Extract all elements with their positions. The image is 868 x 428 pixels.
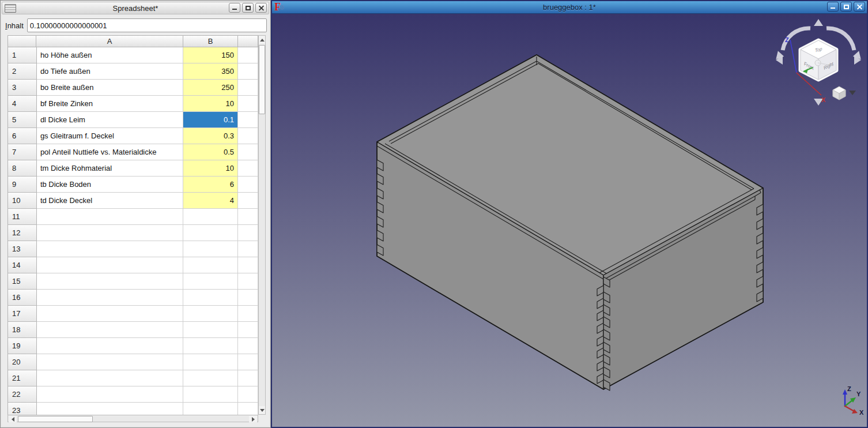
row-header[interactable]: 4 — [8, 96, 37, 112]
scroll-down-button[interactable] — [259, 406, 265, 414]
navigation-cube[interactable]: Top Front Right Z X — [785, 36, 836, 103]
cell-a12[interactable] — [37, 225, 183, 241]
cell-a22[interactable] — [37, 386, 183, 403]
cell-a10[interactable]: td Dicke Deckel — [37, 193, 183, 209]
cell-a9[interactable]: tb Dicke Boden — [37, 177, 183, 193]
cell-b19[interactable] — [183, 338, 238, 354]
row-header[interactable]: 1 — [8, 47, 37, 63]
maximize-button[interactable] — [840, 2, 852, 12]
row-header[interactable]: 3 — [8, 80, 37, 96]
row-header[interactable]: 14 — [8, 257, 37, 273]
close-button[interactable] — [255, 3, 267, 13]
model-box[interactable] — [377, 55, 763, 391]
row-header[interactable]: 12 — [8, 225, 37, 241]
cell-b13[interactable] — [183, 241, 238, 257]
cell-c1[interactable] — [238, 47, 258, 63]
row-header[interactable]: 15 — [8, 273, 37, 290]
cell-a5[interactable]: dl Dicke Leim — [37, 112, 183, 128]
minimize-button[interactable] — [827, 2, 839, 12]
scroll-left-button[interactable] — [9, 416, 17, 422]
view-mode-cube-icon[interactable] — [833, 87, 846, 100]
cell-b2[interactable]: 350 — [183, 63, 238, 80]
cell-b5[interactable]: 0.1 — [183, 112, 238, 128]
cell-b23[interactable] — [183, 403, 238, 415]
cell-c17[interactable] — [238, 306, 258, 322]
cell-a13[interactable] — [37, 241, 183, 257]
row-header[interactable]: 9 — [8, 177, 37, 193]
cell-c21[interactable] — [238, 370, 258, 386]
cell-c12[interactable] — [238, 225, 258, 241]
row-header[interactable]: 18 — [8, 322, 37, 338]
corner-header-cell[interactable] — [7, 35, 36, 47]
cell-c10[interactable] — [238, 193, 258, 209]
cell-b21[interactable] — [183, 370, 238, 386]
cell-c6[interactable] — [238, 128, 258, 144]
horizontal-scrollbar[interactable] — [7, 415, 258, 422]
cell-c2[interactable] — [238, 63, 258, 80]
cell-a11[interactable] — [37, 209, 183, 225]
column-header-a[interactable]: A — [36, 35, 183, 47]
cell-b8[interactable]: 10 — [183, 160, 238, 177]
cell-b9[interactable]: 6 — [183, 177, 238, 193]
cell-c5[interactable] — [238, 112, 258, 128]
cell-a18[interactable] — [37, 322, 183, 338]
row-header[interactable]: 11 — [8, 209, 37, 225]
cell-a6[interactable]: gs Gleitraum f. Deckel — [37, 128, 183, 144]
row-header[interactable]: 8 — [8, 160, 37, 177]
row-header[interactable]: 17 — [8, 306, 37, 322]
cell-c16[interactable] — [238, 290, 258, 306]
cell-c20[interactable] — [238, 354, 258, 370]
cell-b7[interactable]: 0.5 — [183, 144, 238, 160]
horizontal-scrollbar-thumb[interactable] — [18, 416, 93, 422]
cell-b22[interactable] — [183, 386, 238, 403]
cell-c15[interactable] — [238, 273, 258, 290]
cell-c23[interactable] — [238, 403, 258, 415]
cell-c4[interactable] — [238, 96, 258, 112]
maximize-button[interactable] — [242, 3, 254, 13]
cell-a15[interactable] — [37, 273, 183, 290]
cell-b18[interactable] — [183, 322, 238, 338]
cell-b14[interactable] — [183, 257, 238, 273]
row-header[interactable]: 6 — [8, 128, 37, 144]
minimize-button[interactable] — [229, 3, 240, 13]
cell-a1[interactable]: ho Höhe außen — [37, 47, 183, 63]
cell-c11[interactable] — [238, 209, 258, 225]
cell-c22[interactable] — [238, 386, 258, 403]
cell-c3[interactable] — [238, 80, 258, 96]
row-header[interactable]: 5 — [8, 112, 37, 128]
row-header[interactable]: 2 — [8, 63, 37, 80]
scroll-up-button[interactable] — [259, 36, 265, 44]
cell-b12[interactable] — [183, 225, 238, 241]
cell-c13[interactable] — [238, 241, 258, 257]
row-header[interactable]: 23 — [8, 403, 37, 415]
scroll-right-button[interactable] — [249, 416, 257, 422]
cell-a21[interactable] — [37, 370, 183, 386]
cell-a20[interactable] — [37, 354, 183, 370]
cell-b1[interactable]: 150 — [183, 47, 238, 63]
nav-dropdown-arrow[interactable] — [849, 91, 856, 95]
cell-a2[interactable]: do Tiefe außen — [37, 63, 183, 80]
cell-a16[interactable] — [37, 290, 183, 306]
cell-c19[interactable] — [238, 338, 258, 354]
cell-content-input[interactable] — [27, 18, 267, 32]
cell-a3[interactable]: bo Breite außen — [37, 80, 183, 96]
column-header-b[interactable]: B — [183, 35, 238, 47]
cell-c8[interactable] — [238, 160, 258, 177]
3d-viewport[interactable]: Top Front Right Z X — [272, 14, 867, 427]
cell-a23[interactable] — [37, 403, 183, 415]
cell-a19[interactable] — [37, 338, 183, 354]
row-header[interactable]: 13 — [8, 241, 37, 257]
viewport-titlebar[interactable]: F ⚙ brueggebox : 1* — [272, 1, 867, 14]
cell-b10[interactable]: 4 — [183, 193, 238, 209]
row-header[interactable]: 22 — [8, 386, 37, 403]
cell-b11[interactable] — [183, 209, 238, 225]
cell-b17[interactable] — [183, 306, 238, 322]
cell-b4[interactable]: 10 — [183, 96, 238, 112]
cell-b6[interactable]: 0.3 — [183, 128, 238, 144]
close-button[interactable] — [854, 2, 865, 12]
vertical-scrollbar[interactable] — [258, 35, 266, 415]
cell-c7[interactable] — [238, 144, 258, 160]
cell-b16[interactable] — [183, 290, 238, 306]
vertical-scrollbar-thumb[interactable] — [259, 45, 265, 114]
cell-a17[interactable] — [37, 306, 183, 322]
